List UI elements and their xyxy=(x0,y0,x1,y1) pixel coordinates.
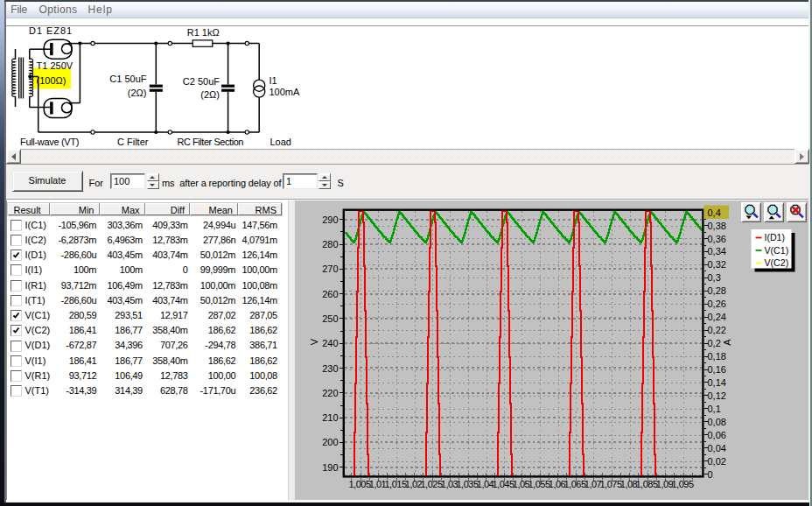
svg-text:0,18: 0,18 xyxy=(708,351,726,362)
svg-text:0,16: 0,16 xyxy=(708,364,726,375)
svg-text:0,34: 0,34 xyxy=(708,246,726,257)
svg-text:240: 240 xyxy=(322,338,338,348)
svg-text:0,2: 0,2 xyxy=(708,338,721,348)
svg-text:0,22: 0,22 xyxy=(708,325,726,335)
svg-text:190: 190 xyxy=(322,462,338,473)
svg-text:1,045: 1,045 xyxy=(492,479,514,489)
svg-text:I(D1): I(D1) xyxy=(765,232,786,242)
svg-text:1,095: 1,095 xyxy=(671,479,693,489)
svg-text:V: V xyxy=(309,338,319,345)
svg-text:0,38: 0,38 xyxy=(708,221,726,231)
svg-text:250: 250 xyxy=(322,313,338,324)
svg-text:V(C1): V(C1) xyxy=(765,245,789,256)
svg-text:0,3: 0,3 xyxy=(708,272,721,283)
svg-text:1,015: 1,015 xyxy=(384,479,406,489)
svg-text:0,14: 0,14 xyxy=(708,377,726,388)
svg-text:1,055: 1,055 xyxy=(528,479,550,489)
svg-text:0,1: 0,1 xyxy=(708,404,721,414)
svg-text:210: 210 xyxy=(322,412,338,423)
svg-text:0,06: 0,06 xyxy=(708,430,726,440)
svg-text:260: 260 xyxy=(322,289,338,299)
svg-text:A: A xyxy=(722,339,732,346)
svg-text:0,24: 0,24 xyxy=(708,312,726,322)
svg-text:V(C2): V(C2) xyxy=(765,257,789,268)
svg-text:270: 270 xyxy=(322,264,338,274)
svg-text:0,26: 0,26 xyxy=(708,299,726,309)
svg-text:0,12: 0,12 xyxy=(708,390,726,401)
svg-text:200: 200 xyxy=(322,437,338,447)
svg-text:1,075: 1,075 xyxy=(599,479,621,489)
svg-text:0,04: 0,04 xyxy=(708,443,726,453)
svg-text:280: 280 xyxy=(322,239,338,249)
svg-text:0,36: 0,36 xyxy=(708,234,726,244)
svg-text:1,065: 1,065 xyxy=(564,479,585,489)
svg-text:0,4: 0,4 xyxy=(708,207,721,218)
svg-text:0,32: 0,32 xyxy=(708,259,726,270)
svg-text:0: 0 xyxy=(708,469,713,480)
svg-text:0,28: 0,28 xyxy=(708,285,726,296)
svg-text:1,085: 1,085 xyxy=(635,479,657,489)
svg-text:1,035: 1,035 xyxy=(456,479,478,489)
svg-text:1,025: 1,025 xyxy=(420,479,442,489)
svg-text:290: 290 xyxy=(322,214,338,225)
svg-text:230: 230 xyxy=(322,363,338,374)
svg-text:0,02: 0,02 xyxy=(708,456,726,467)
svg-text:0,08: 0,08 xyxy=(708,417,726,427)
svg-text:220: 220 xyxy=(322,388,338,398)
svg-text:1,005: 1,005 xyxy=(348,479,370,489)
